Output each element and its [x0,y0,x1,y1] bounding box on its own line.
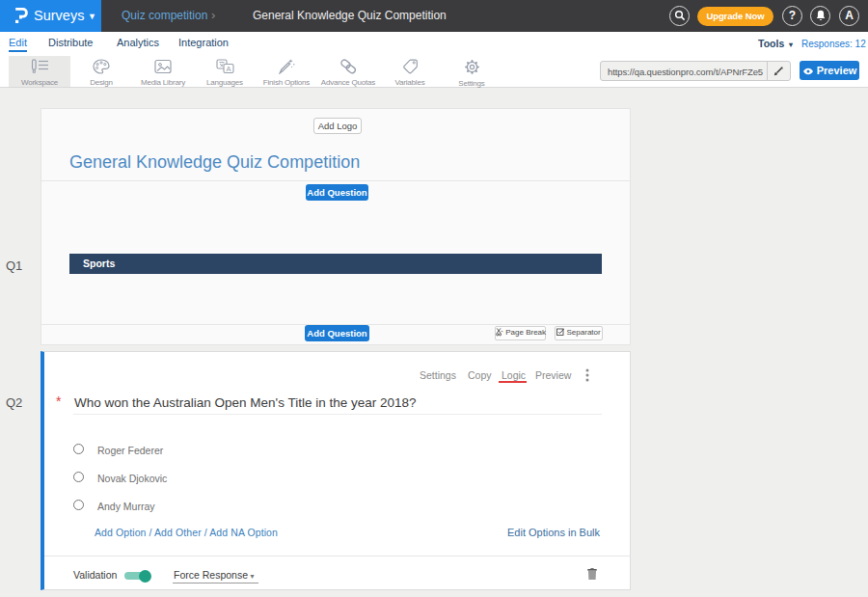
svg-text:A: A [226,65,231,73]
